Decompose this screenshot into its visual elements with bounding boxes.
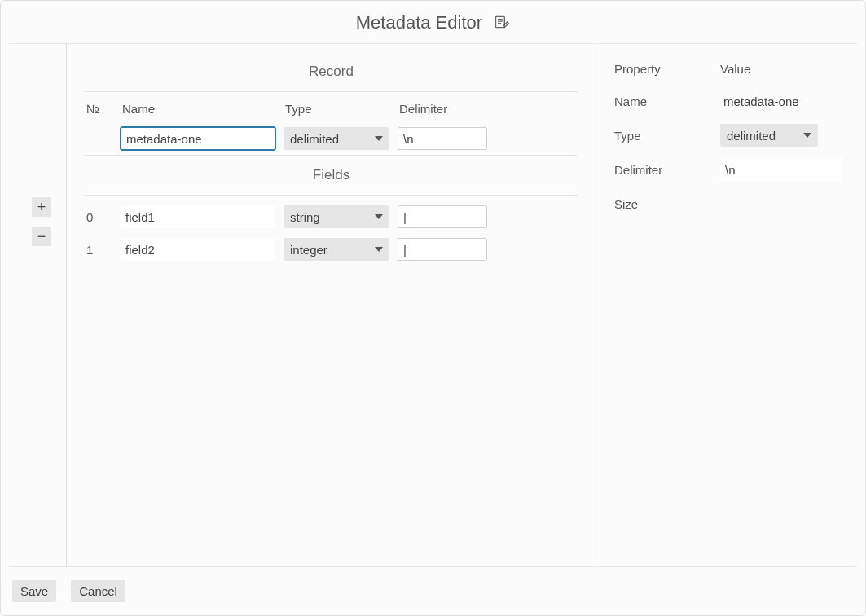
plus-icon: + xyxy=(37,199,46,215)
property-type-value: delimited xyxy=(727,129,776,143)
record-header-row: № Name Type Delimiter xyxy=(85,97,578,122)
fields-section-title: Fields xyxy=(85,161,578,195)
chevron-down-icon xyxy=(803,133,811,138)
property-row-type: Type delimited xyxy=(614,118,842,152)
property-row-name: Name metadata-one xyxy=(614,84,842,118)
property-label: Type xyxy=(614,129,720,143)
property-label: Name xyxy=(614,95,720,108)
edit-icon xyxy=(494,14,510,35)
column-header-index: № xyxy=(85,97,112,122)
field-type-select[interactable]: integer xyxy=(284,238,389,261)
property-label: Size xyxy=(614,197,720,211)
add-row-button[interactable]: + xyxy=(32,197,51,217)
property-type-select[interactable]: delimited xyxy=(720,124,818,147)
editor-main-panel: Record № Name Type Delimiter delimited xyxy=(66,44,596,566)
property-label: Delimiter xyxy=(614,163,720,177)
record-type-select[interactable]: delimited xyxy=(284,127,389,150)
field-index: 0 xyxy=(85,210,112,224)
property-row-size: Size xyxy=(614,187,842,221)
field-index: 1 xyxy=(85,243,112,257)
field-row: 0 string xyxy=(85,200,578,233)
column-header-type: Type xyxy=(284,97,389,122)
row-action-toolbar: + − xyxy=(9,44,66,566)
field-type-value: string xyxy=(290,210,320,224)
divider xyxy=(85,195,578,196)
properties-header-value: Value xyxy=(720,62,842,76)
window-title: Metadata Editor xyxy=(356,12,482,33)
record-row: delimited xyxy=(85,122,578,155)
save-button[interactable]: Save xyxy=(12,580,56,602)
properties-header-property: Property xyxy=(614,62,720,76)
properties-panel: Property Value Name metadata-one Type de… xyxy=(596,44,857,566)
metadata-editor-window: Metadata Editor + − Record № xyxy=(0,0,866,616)
chevron-down-icon xyxy=(375,214,383,219)
field-name-input[interactable] xyxy=(121,238,275,261)
chevron-down-icon xyxy=(375,136,383,141)
field-delimiter-input[interactable] xyxy=(398,205,487,228)
field-type-value: integer xyxy=(290,243,327,257)
column-header-delimiter: Delimiter xyxy=(398,97,487,122)
column-header-name: Name xyxy=(121,97,275,122)
field-type-select[interactable]: string xyxy=(284,205,389,228)
minus-icon: − xyxy=(37,228,46,244)
divider xyxy=(85,155,578,156)
footer-toolbar: Save Cancel xyxy=(9,566,857,615)
field-row: 1 integer xyxy=(85,233,578,266)
property-value-delimiter[interactable]: \n xyxy=(720,157,842,182)
window-title-bar: Metadata Editor xyxy=(9,1,857,44)
field-name-input[interactable] xyxy=(121,205,275,228)
record-type-value: delimited xyxy=(290,132,339,146)
chevron-down-icon xyxy=(375,247,383,252)
property-row-delimiter: Delimiter \n xyxy=(614,152,842,187)
record-section-title: Record xyxy=(85,57,578,91)
divider xyxy=(85,91,578,92)
record-name-input[interactable] xyxy=(121,127,275,150)
cancel-button[interactable]: Cancel xyxy=(71,580,125,602)
record-delimiter-input[interactable] xyxy=(398,127,487,150)
remove-row-button[interactable]: − xyxy=(32,227,51,246)
field-delimiter-input[interactable] xyxy=(398,238,487,261)
property-value-name: metadata-one xyxy=(720,95,842,108)
